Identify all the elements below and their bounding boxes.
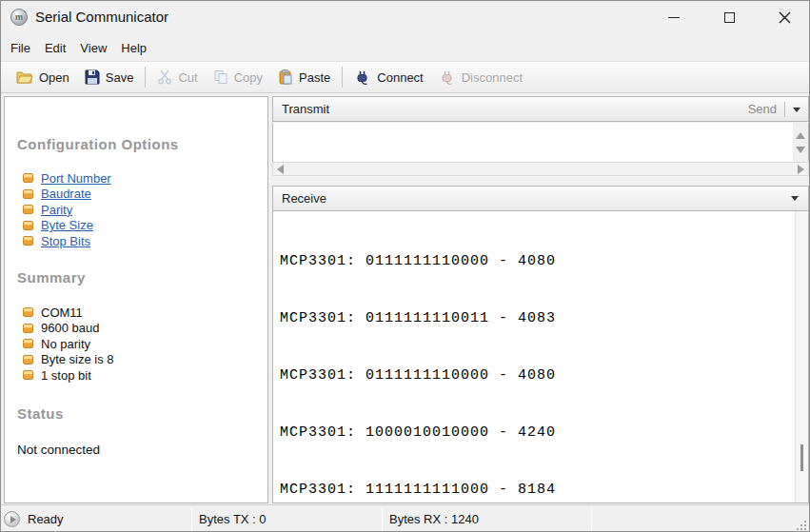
app-icon: m — [10, 9, 28, 26]
bullet-icon — [23, 307, 33, 317]
title-bar: m Serial Communicator — [1, 1, 809, 33]
list-item: No parity — [17, 336, 266, 352]
transmit-input[interactable] — [273, 123, 795, 162]
transmit-vertical-scrollbar[interactable] — [793, 123, 808, 162]
maximize-button[interactable] — [710, 1, 748, 33]
resize-grip[interactable] — [796, 520, 807, 531]
connection-status-text: Not connected — [17, 443, 266, 457]
cut-icon — [157, 69, 172, 85]
list-item: COM11 — [17, 305, 266, 321]
transmit-horizontal-scrollbar[interactable] — [272, 162, 809, 176]
summary-baud: 9600 baud — [41, 321, 99, 335]
bullet-icon — [23, 355, 33, 365]
transmit-area — [272, 123, 809, 162]
transmit-panel-header: Transmit Send — [272, 96, 809, 122]
list-item: Baudrate — [17, 187, 266, 202]
toolbar: Open Save Cut Copy — [1, 61, 809, 93]
connect-label: Connect — [377, 70, 423, 85]
scroll-left-icon[interactable] — [277, 165, 284, 174]
summary-byte-size: Byte size is 8 — [41, 352, 114, 366]
summary-parity: No parity — [41, 337, 90, 351]
close-button[interactable] — [765, 1, 803, 33]
status-bytes-tx: Bytes TX : 0 — [199, 505, 267, 532]
cut-label: Cut — [178, 70, 197, 85]
byte-size-link[interactable]: Byte Size — [41, 218, 93, 232]
scrollbar-thumb[interactable] — [800, 444, 803, 471]
menu-edit[interactable]: Edit — [45, 35, 73, 61]
cut-button[interactable]: Cut — [149, 64, 205, 90]
toolbar-separator — [145, 67, 146, 88]
scroll-right-icon[interactable] — [798, 165, 804, 174]
parity-link[interactable]: Parity — [41, 203, 72, 217]
status-bytes-rx: Bytes RX : 1240 — [389, 505, 479, 532]
receive-line: MCP3301: 1000010010000 - 4240 — [280, 424, 791, 443]
header-separator — [784, 102, 785, 117]
menu-help[interactable]: Help — [121, 35, 154, 61]
disconnect-button[interactable]: Disconnect — [431, 64, 530, 90]
save-button[interactable]: Save — [77, 64, 142, 90]
minimize-button[interactable] — [655, 1, 693, 33]
receive-line: MCP3301: 0111111110011 - 4083 — [280, 309, 791, 328]
statusbar-separator — [191, 508, 192, 531]
copy-label: Copy — [234, 70, 263, 85]
summary-port: COM11 — [41, 305, 83, 320]
open-folder-icon — [16, 69, 33, 85]
paste-icon — [278, 69, 293, 85]
connect-icon — [354, 69, 371, 85]
statusbar-separator — [382, 508, 383, 531]
open-label: Open — [39, 70, 69, 85]
bullet-icon — [23, 236, 33, 246]
list-item: 1 stop bit — [17, 367, 266, 384]
receive-area: MCP3301: 0111111110000 - 4080 MCP3301: 0… — [272, 211, 809, 503]
send-button[interactable]: Send — [748, 97, 800, 122]
receive-menu-caret-icon[interactable] — [791, 196, 799, 201]
menu-bar: File Edit View Help — [1, 35, 809, 61]
summary-stop-bits: 1 stop bit — [41, 368, 91, 383]
paste-label: Paste — [299, 70, 330, 85]
app-window: m Serial Communicator File Edit View Hel… — [0, 0, 810, 532]
status-bar: Ready Bytes TX : 0 Bytes RX : 1240 — [1, 504, 809, 532]
paste-button[interactable]: Paste — [270, 64, 338, 90]
port-number-link[interactable]: Port Number — [41, 171, 111, 186]
close-icon — [779, 11, 791, 24]
copy-icon — [213, 69, 228, 85]
list-item: Port Number — [17, 170, 266, 186]
list-item: Byte size is 8 — [17, 352, 266, 368]
connect-button[interactable]: Connect — [346, 64, 430, 90]
menu-file[interactable]: File — [10, 35, 38, 61]
send-menu-caret-icon[interactable] — [793, 108, 800, 112]
stop-bits-link[interactable]: Stop Bits — [41, 234, 90, 248]
disconnect-icon — [439, 69, 456, 85]
summary-heading: Summary — [17, 269, 266, 286]
copy-button[interactable]: Copy — [206, 64, 270, 90]
receive-panel-title: Receive — [282, 187, 326, 211]
bullet-icon — [23, 205, 33, 214]
statusbar-separator — [591, 508, 592, 531]
receive-line: MCP3301: 0111111110000 - 4080 — [280, 366, 791, 385]
bullet-icon — [23, 324, 33, 333]
save-icon — [85, 69, 100, 85]
bullet-icon — [23, 189, 33, 199]
window-title: Serial Communicator — [35, 1, 168, 33]
receive-line: MCP3301: 0111111110000 - 4080 — [280, 252, 791, 271]
bullet-icon — [23, 221, 33, 230]
configuration-panel-content: Configuration Options Port Number Baudra… — [5, 123, 266, 502]
menu-view[interactable]: View — [80, 35, 114, 61]
scroll-up-icon[interactable] — [796, 132, 805, 139]
baudrate-link[interactable]: Baudrate — [41, 187, 91, 201]
status-ready: Ready — [28, 505, 64, 532]
disconnect-label: Disconnect — [462, 70, 523, 85]
status-heading: Status — [17, 405, 266, 422]
list-item: Stop Bits — [17, 233, 266, 248]
receive-line: MCP3301: 1111111111000 - 8184 — [280, 481, 791, 500]
bullet-icon — [23, 173, 33, 183]
summary-list: COM11 9600 baud No parity Byte size is 8… — [17, 305, 266, 384]
send-label: Send — [748, 97, 777, 122]
list-item: Parity — [17, 202, 266, 217]
receive-log: MCP3301: 0111111110000 - 4080 MCP3301: 0… — [280, 214, 791, 532]
open-button[interactable]: Open — [9, 64, 77, 90]
toolbar-separator — [342, 67, 343, 88]
maximize-icon — [724, 12, 735, 23]
receive-vertical-scrollbar[interactable] — [795, 211, 808, 502]
scroll-down-icon[interactable] — [796, 147, 805, 153]
